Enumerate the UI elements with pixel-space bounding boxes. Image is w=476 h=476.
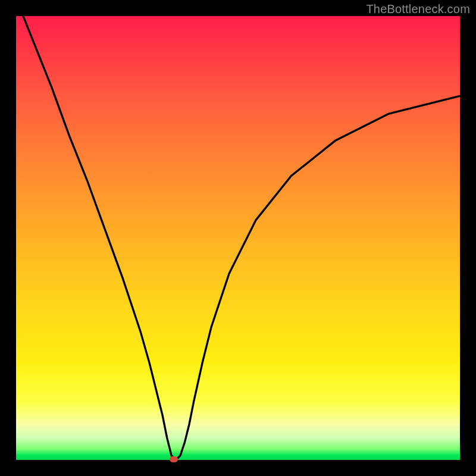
marker-dot (170, 456, 178, 462)
plot-area (16, 16, 460, 460)
watermark-text: TheBottleneck.com (366, 2, 470, 16)
chart-frame: TheBottleneck.com (0, 0, 476, 476)
curve-svg (16, 16, 460, 460)
bottleneck-curve (16, 16, 460, 460)
